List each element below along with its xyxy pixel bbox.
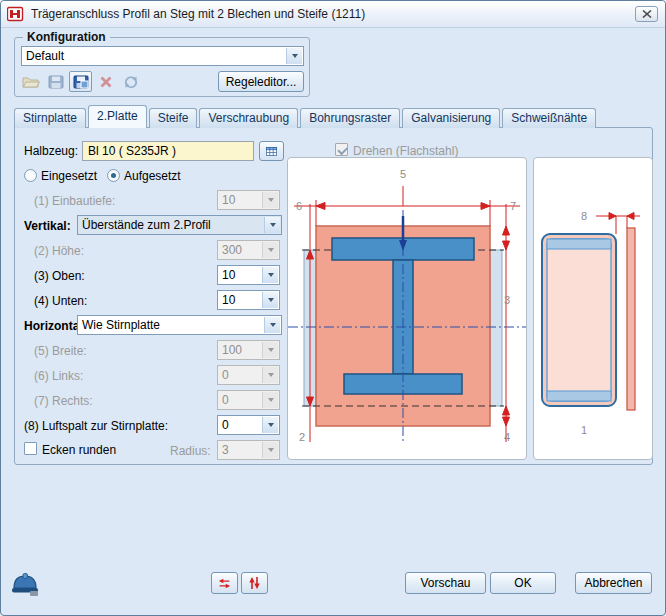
chevron-down-icon xyxy=(264,217,280,233)
vertikal-select[interactable]: Überstände zum 2.Profil xyxy=(77,215,282,235)
tab-2platte[interactable]: 2.Platte xyxy=(88,105,147,128)
abbrechen-button[interactable]: Abbrechen xyxy=(575,572,652,594)
regeleditor-button[interactable]: Regeleditor... xyxy=(218,71,304,92)
save-as-configuration-button[interactable] xyxy=(69,71,92,92)
save-disk-icon xyxy=(48,75,64,89)
halbzeug-label: Halbzeug: xyxy=(24,144,78,158)
row-einbautiefe: (1) Einbautiefe: 10 xyxy=(15,190,315,212)
aufgesetzt-radio[interactable] xyxy=(107,169,120,182)
einbautiefe-label: (1) Einbautiefe: xyxy=(34,194,115,208)
app-icon xyxy=(7,6,25,22)
drehen-checkbox xyxy=(335,143,348,156)
side-view-diagram: 8 1 xyxy=(534,158,652,459)
open-configuration-button xyxy=(19,71,42,92)
breite-select: 100 xyxy=(217,340,280,360)
material-table-icon xyxy=(266,145,277,158)
horizontal-select[interactable]: Wie Stirnplatte xyxy=(77,315,282,335)
row-rechts: (7) Rechts: 0 xyxy=(15,390,315,412)
ok-button[interactable]: OK xyxy=(490,572,556,594)
tab-galvanisierung[interactable]: Galvanisierung xyxy=(402,108,500,128)
swap-horizontal-icon xyxy=(218,577,231,590)
row-radius: Radius: 3 xyxy=(15,440,315,462)
halbzeug-value: Bl 10 ( S235JR ) xyxy=(88,144,176,158)
callout-3: 3 xyxy=(504,294,510,306)
callout-4: 4 xyxy=(504,431,510,443)
halbzeug-input[interactable]: Bl 10 ( S235JR ) xyxy=(82,141,254,161)
tab-stirnplatte[interactable]: Stirnplatte xyxy=(14,108,86,128)
swap-horizontal-button[interactable] xyxy=(211,572,238,594)
chevron-down-icon xyxy=(262,392,278,408)
callout-8: 8 xyxy=(581,210,587,222)
vertikal-label: Vertikal: xyxy=(24,219,71,233)
row-oben: (3) Oben: 10 xyxy=(15,265,315,287)
tab-verschraubung[interactable]: Verschraubung xyxy=(199,108,298,128)
drehen-label: Drehen (Flachstahl) xyxy=(353,144,458,158)
configuration-group: Konfiguration Default xyxy=(14,37,310,97)
links-select: 0 xyxy=(217,365,280,385)
save-configuration-icon xyxy=(73,75,89,89)
material-table-button[interactable] xyxy=(259,141,284,161)
open-folder-icon xyxy=(22,75,40,89)
configuration-select[interactable]: Default xyxy=(21,46,304,66)
configuration-toolbar xyxy=(19,71,142,92)
close-button[interactable] xyxy=(635,6,658,22)
chevron-down-icon xyxy=(262,267,278,283)
configuration-legend: Konfiguration xyxy=(23,30,110,44)
chevron-down-icon xyxy=(286,48,302,64)
rechts-label: (7) Rechts: xyxy=(34,394,93,408)
vorschau-button[interactable]: Vorschau xyxy=(405,572,486,594)
radius-label: Radius: xyxy=(170,444,211,458)
title-bar: Trägeranschluss Profil an Steg mit 2 Ble… xyxy=(1,1,665,28)
unten-select[interactable]: 10 xyxy=(217,290,280,310)
tab-schweissnaehte[interactable]: Schweißnähte xyxy=(502,108,596,128)
callout-1: 1 xyxy=(581,424,587,436)
rechts-select: 0 xyxy=(217,390,280,410)
refresh-arrows-icon xyxy=(123,75,139,89)
row-links: (6) Links: 0 xyxy=(15,365,315,387)
callout-5: 5 xyxy=(400,168,406,180)
luftspalt-label: (8) Luftspalt zur Stirnplatte: xyxy=(24,419,168,433)
stirnplatte-strip xyxy=(627,228,635,410)
luftspalt-select[interactable]: 0 xyxy=(217,415,280,435)
links-label: (6) Links: xyxy=(34,369,83,383)
aufgesetzt-label: Aufgesetzt xyxy=(124,169,181,183)
swap-vertical-button[interactable] xyxy=(241,572,268,594)
delete-cross-icon xyxy=(99,75,113,89)
unten-label: (4) Unten: xyxy=(34,294,87,308)
row-unten: (4) Unten: 10 xyxy=(15,290,315,312)
tab-content-2platte: Halbzeug: Bl 10 ( S235JR ) Drehen (Flach… xyxy=(14,127,653,465)
oben-label: (3) Oben: xyxy=(34,269,85,283)
oben-select[interactable]: 10 xyxy=(217,265,280,285)
row-breite: (5) Breite: 100 xyxy=(15,340,315,362)
einbautiefe-select: 10 xyxy=(217,190,280,210)
chevron-down-icon xyxy=(262,242,278,258)
plate-side-view xyxy=(547,239,611,401)
front-view-diagram: 5 6 7 3 2 4 xyxy=(288,158,526,459)
breite-label: (5) Breite: xyxy=(34,344,87,358)
delete-configuration-button xyxy=(94,71,117,92)
tab-bar: Stirnplatte 2.Platte Steife Verschraubun… xyxy=(14,105,598,128)
bottom-flange-section xyxy=(547,391,611,401)
chevron-down-icon xyxy=(262,342,278,358)
eingesetzt-label: Eingesetzt xyxy=(41,169,97,183)
hoehe-select: 300 xyxy=(217,240,280,260)
swap-vertical-icon xyxy=(248,576,261,590)
side-view-panel: 8 1 xyxy=(533,157,653,460)
row-vertikal: Vertikal: Überstände zum 2.Profil xyxy=(15,215,315,237)
callout-7: 7 xyxy=(510,200,516,212)
chevron-down-icon xyxy=(262,192,278,208)
eingesetzt-radio[interactable] xyxy=(24,169,37,182)
hoehe-label: (2) Höhe: xyxy=(34,244,84,258)
dialog-traegeranschluss: Trägeranschluss Profil an Steg mit 2 Ble… xyxy=(0,0,666,616)
tab-bohrungsraster[interactable]: Bohrungsraster xyxy=(300,108,400,128)
row-luftspalt: (8) Luftspalt zur Stirnplatte: 0 xyxy=(15,415,315,437)
civil-engineering-icon xyxy=(11,571,39,597)
row-hoehe: (2) Höhe: 300 xyxy=(15,240,315,262)
close-icon xyxy=(642,10,652,18)
chevron-down-icon xyxy=(262,367,278,383)
row-horizontal: Horizontal: Wie Stirnplatte xyxy=(15,315,315,337)
tab-steife[interactable]: Steife xyxy=(149,108,198,128)
callout-2: 2 xyxy=(299,431,305,443)
window-title: Trägeranschluss Profil an Steg mit 2 Ble… xyxy=(31,7,365,21)
front-view-panel: 5 6 7 3 2 4 xyxy=(287,157,527,460)
